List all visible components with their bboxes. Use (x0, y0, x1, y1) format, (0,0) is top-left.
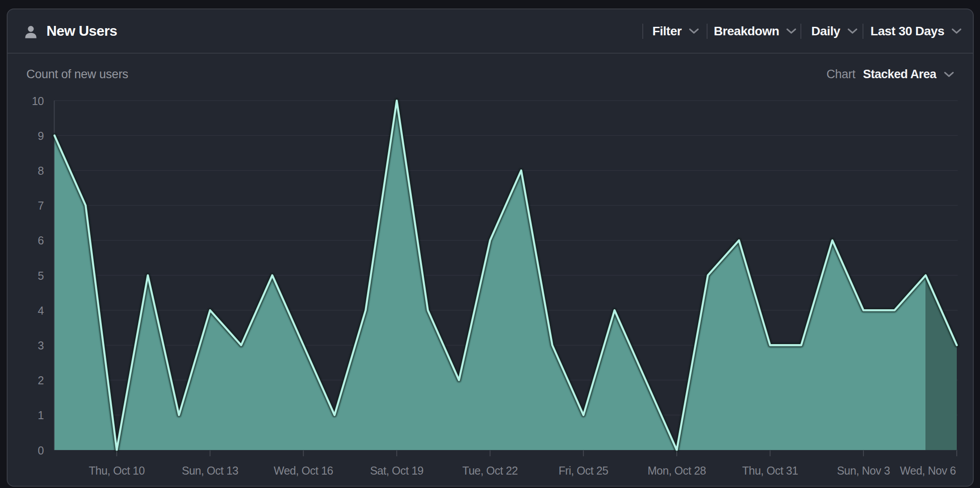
x-axis-label: Wed, Nov 6 (900, 464, 956, 477)
y-axis-label: 5 (38, 269, 44, 282)
y-axis-label: 6 (38, 234, 44, 247)
x-axis-label: Thu, Oct 10 (89, 464, 145, 477)
area-chart: 012345678910Thu, Oct 10Sun, Oct 13Wed, O… (7, 8, 974, 487)
x-axis-label: Fri, Oct 25 (559, 464, 608, 477)
y-axis-label: 9 (38, 130, 44, 142)
x-axis-label: Sun, Nov 3 (837, 464, 890, 477)
area-fill-incomplete (926, 275, 957, 450)
insight-card: New Users Filter Breakdown Daily (7, 8, 974, 487)
y-axis-label: 7 (38, 199, 44, 212)
y-axis-label: 2 (38, 374, 44, 387)
y-axis-label: 1 (38, 409, 44, 421)
x-axis-label: Mon, Oct 28 (648, 464, 706, 477)
y-axis-label: 10 (32, 95, 44, 107)
x-axis-label: Thu, Oct 31 (742, 464, 798, 477)
x-axis-label: Wed, Oct 16 (274, 464, 333, 477)
y-axis-label: 4 (38, 304, 44, 317)
y-axis-label: 8 (38, 164, 44, 177)
x-axis-label: Tue, Oct 22 (462, 464, 518, 477)
y-axis-label: 0 (38, 444, 44, 457)
x-axis-label: Sun, Oct 13 (182, 464, 239, 477)
y-axis-label: 3 (38, 339, 44, 352)
x-axis-label: Sat, Oct 19 (370, 464, 423, 477)
